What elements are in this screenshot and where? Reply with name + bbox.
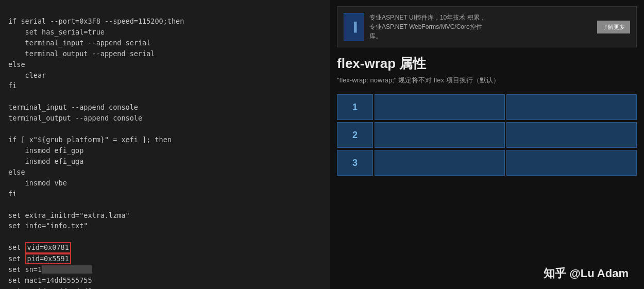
ad-line2: 专业ASP.NET WebForms/MVC/Core控件 [369,22,592,31]
demo-label-2: 2 [337,122,373,148]
demo-row-1: 1 [337,94,637,120]
demo-cell-2a [375,122,505,148]
line-8: terminal_input --append console [8,103,138,111]
line-11: insmod efi_gop [8,146,83,155]
sn-redacted: ████████████ [42,265,92,274]
line-6: clear [8,71,46,79]
line-2: set has_serial=true [8,28,105,36]
line-10: if [ x"${grub_platform}" = xefi ]; then [8,135,172,144]
terminal-content: if serial --port=0x3F8 --speed=115200;th… [8,5,321,289]
line-vid: set vid=0x0781 [8,243,71,251]
line-5: else [8,60,25,69]
ad-line3: 库。 [369,31,592,41]
flex-wrap-title: flex-wrap 属性 [337,55,637,73]
demo-row-3: 3 [337,150,637,176]
line-3: terminal_input --append serial [8,39,150,47]
pid-highlight: pid=0x5591 [25,253,71,265]
demo-row-2: 2 [337,122,637,148]
flex-wrap-section: flex-wrap 属性 "flex-wrap: nowrap;" 规定将不对 … [330,47,644,94]
line-1: if serial --port=0x3F8 --speed=115200;th… [8,17,184,25]
demo-cell-1b [506,94,637,120]
line-12: insmod efi_uga [8,157,83,165]
line-7: fi [8,81,16,90]
line-pid: set pid=0x5591 [8,254,71,263]
ad-text: 专业ASP.NET UI控件库，10年技术 积累， 专业ASP.NET WebF… [369,13,592,41]
demo-label-3: 3 [337,150,373,176]
right-wrapper: ▐ 专业ASP.NET UI控件库，10年技术 积累， 专业ASP.NET We… [330,0,644,289]
zhihu-watermark: 知乎 @Lu Adam [544,266,629,281]
ad-line1: 专业ASP.NET UI控件库，10年技术 积累， [369,13,592,22]
demo-cell-3a [375,150,505,176]
ad-banner: ▐ 专业ASP.NET UI控件库，10年技术 积累， 专业ASP.NET We… [337,6,637,47]
line-15: fi [8,190,16,198]
demo-cell-2b [506,122,637,148]
demo-cell-3b [506,150,637,176]
line-sn: set sn=1████████████ [8,265,92,274]
ad-icon-shape: ▐ [351,22,357,32]
line-14: insmod vbe [8,179,67,187]
line-mac: set mac1=14dd5555755 [8,276,92,284]
demo-cell-1a [375,94,505,120]
flex-wrap-subtitle: "flex-wrap: nowrap;" 规定将不对 flex 项目换行（默认） [337,76,637,85]
ad-icon: ▐ [344,13,364,41]
line-4: terminal_output --append serial [8,49,155,58]
line-17: set info="info.txt" [8,222,88,230]
demo-container: 1 2 3 [330,94,644,176]
terminal-panel: if serial --port=0x3F8 --speed=115200;th… [0,0,330,289]
line-13: else [8,168,25,176]
vid-highlight: vid=0x0781 [25,242,71,253]
line-rootdev: set rootdev=/dev/md0 [8,287,92,289]
right-panel: ▐ 专业ASP.NET UI控件库，10年技术 积累， 专业ASP.NET We… [330,0,644,289]
demo-label-1: 1 [337,94,373,120]
ad-button[interactable]: 了解更多 [597,21,630,33]
line-9: terminal_output --append console [8,114,142,122]
line-16: set extra_initrd="extra.lzma" [8,211,130,219]
